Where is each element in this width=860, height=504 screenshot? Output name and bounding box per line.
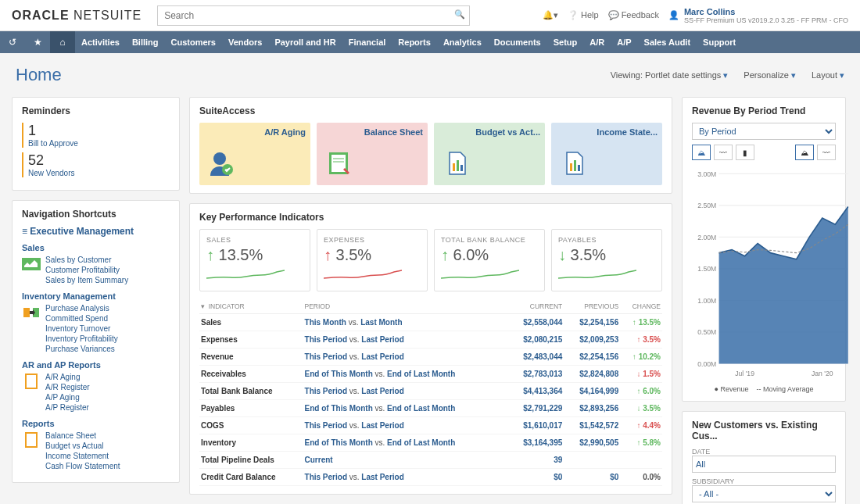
kpi-row[interactable]: ReceivablesEnd of This Month vs. End of … <box>199 366 662 383</box>
reminder-item[interactable]: 52New Vendors <box>22 152 170 177</box>
user-menu[interactable]: 👤 Marc Collins SS-FF Premium US v2019.2.… <box>668 7 848 24</box>
shortcut-group-3[interactable]: Reports <box>22 419 170 428</box>
chart-thumb-icon[interactable]: ⛰ <box>795 145 814 160</box>
shortcut-link[interactable]: A/R Aging <box>45 372 90 382</box>
nav-setup[interactable]: Setup <box>547 38 584 47</box>
shortcut-link[interactable]: A/R Register <box>45 382 90 392</box>
shortcut-link[interactable]: Sales by Customer <box>45 255 128 265</box>
kpi-row[interactable]: InventoryEnd of This Month vs. End of La… <box>199 434 662 452</box>
kpi-row[interactable]: ExpensesThis Period vs. Last Period$2,08… <box>199 331 662 349</box>
search-input[interactable] <box>157 5 470 26</box>
tile-3[interactable]: Income State... <box>551 123 662 185</box>
shortcut-link[interactable]: Customer Profitability <box>45 265 128 275</box>
shortcut-link[interactable]: Cash Flow Statement <box>45 461 120 471</box>
tile-icon <box>443 149 471 177</box>
svg-rect-13 <box>453 163 455 171</box>
shortcut-link[interactable]: A/P Aging <box>45 392 90 402</box>
nav-support[interactable]: Support <box>697 38 742 47</box>
user-name: Marc Collins <box>684 7 848 16</box>
user-context: SS-FF Premium US v2019.2.0 3.25 - FF PRM… <box>684 16 848 24</box>
nav-reports[interactable]: Reports <box>392 38 437 47</box>
svg-text:3.00M: 3.00M <box>697 170 716 178</box>
kpi-row[interactable]: SalesThis Month vs. Last Month$2,558,044… <box>199 314 662 331</box>
feedback-link[interactable]: 💬 Feedback <box>608 10 659 20</box>
tile-2[interactable]: Budget vs Act... <box>434 123 545 185</box>
nav-customers[interactable]: Customers <box>165 38 222 47</box>
tile-1[interactable]: Balance Sheet <box>317 123 428 185</box>
kpi-row[interactable]: PayablesEnd of This Month vs. End of Las… <box>199 400 662 417</box>
chart-type-area-icon[interactable]: ⛰ <box>692 145 711 160</box>
chart-thumb2-icon[interactable]: 〰 <box>817 145 836 160</box>
notifications-icon[interactable]: 🔔▾ <box>543 10 558 20</box>
shortcut-link[interactable]: Balance Sheet <box>45 431 120 441</box>
kpi-card[interactable]: PAYABLES↓ 3.5% <box>551 229 662 291</box>
chart-type-line-icon[interactable]: 〰 <box>714 145 733 160</box>
home-icon[interactable]: ⌂ <box>50 31 75 53</box>
tile-0[interactable]: A/R Aging <box>199 123 310 185</box>
nav-payroll-and-hr[interactable]: Payroll and HR <box>268 38 342 47</box>
shortcut-group-0[interactable]: Sales <box>22 243 170 252</box>
subsidiary-select[interactable]: - All - <box>692 485 836 502</box>
kpi-row[interactable]: RevenueThis Period vs. Last Period$2,483… <box>199 349 662 366</box>
nav-a-p[interactable]: A/P <box>611 38 637 47</box>
kpi-card[interactable]: SALES↑ 13.5% <box>199 229 310 291</box>
reminders-title: Reminders <box>22 105 170 116</box>
shortcut-link[interactable]: Inventory Turnover <box>45 323 118 334</box>
kpi-row[interactable]: Total Pipeline DealsCurrent39 <box>199 452 662 469</box>
sparkline <box>558 267 636 283</box>
reminder-item[interactable]: 1Bill to Approve <box>22 123 170 148</box>
nav-vendors[interactable]: Vendors <box>222 38 268 47</box>
kpi-card[interactable]: TOTAL BANK BALANCE↑ 6.0% <box>434 229 545 291</box>
shortcut-group-2[interactable]: AR and AP Reports <box>22 360 170 370</box>
chart-type-bar-icon[interactable]: ▮ <box>736 145 754 160</box>
history-icon[interactable]: ↺ <box>0 31 25 53</box>
shortcut-link[interactable]: Committed Spend <box>45 313 118 323</box>
nav-analytics[interactable]: Analytics <box>437 38 488 47</box>
svg-rect-17 <box>574 160 576 171</box>
search-icon[interactable]: 🔍 <box>454 9 465 20</box>
kpi-row[interactable]: Credit Card BalanceThis Period vs. Last … <box>199 469 662 486</box>
app-header: ORACLE NETSUITE 🔍 🔔▾ ❔ Help 💬 Feedback 👤… <box>0 0 860 31</box>
shortcuts-title: Navigation Shortcuts <box>22 209 170 220</box>
kpi-table: ▾ INDICATORPERIODCURRENTPREVIOUSCHANGE S… <box>199 299 662 486</box>
shortcut-link[interactable]: Sales by Item Summary <box>45 275 128 285</box>
shortcut-group-1[interactable]: Inventory Management <box>22 291 170 301</box>
shortcut-link[interactable]: Income Statement <box>45 451 120 461</box>
kpi-row[interactable]: COGSThis Period vs. Last Period$1,610,01… <box>199 417 662 434</box>
svg-rect-14 <box>457 160 459 171</box>
svg-text:0.50M: 0.50M <box>697 328 716 336</box>
layout-button[interactable]: Layout <box>812 70 844 80</box>
personalize-button[interactable]: Personalize <box>744 70 796 80</box>
nav-activities[interactable]: Activities <box>75 38 126 47</box>
shortcut-link[interactable]: Purchase Variances <box>45 344 118 354</box>
nav-documents[interactable]: Documents <box>488 38 547 47</box>
nav-financial[interactable]: Financial <box>342 38 392 47</box>
exec-mgmt-link[interactable]: ≡ Executive Management <box>22 226 170 237</box>
shortcut-icon <box>22 255 41 273</box>
date-input[interactable] <box>692 456 836 473</box>
period-selector[interactable]: By Period <box>692 123 836 140</box>
nav-sales-audit[interactable]: Sales Audit <box>638 38 697 47</box>
kpi-title: Key Performance Indicators <box>199 212 662 223</box>
newcust-title: New Customers vs. Existing Cus... <box>692 420 836 441</box>
nav-a-r[interactable]: A/R <box>583 38 611 47</box>
shortcut-link[interactable]: Purchase Analysis <box>45 303 118 313</box>
kpi-card[interactable]: EXPENSES↑ 3.5% <box>317 229 428 291</box>
nav-billing[interactable]: Billing <box>126 38 165 47</box>
shortcut-link[interactable]: Budget vs Actual <box>45 441 120 451</box>
reminders-portlet: Reminders 1Bill to Approve52New Vendors <box>12 97 180 191</box>
subsidiary-label: SUBSIDIARY <box>692 477 836 485</box>
svg-rect-10 <box>331 155 346 172</box>
kpi-row[interactable]: Total Bank BalanceThis Period vs. Last P… <box>199 383 662 400</box>
help-link[interactable]: ❔ Help <box>568 10 599 20</box>
sparkline <box>324 267 402 283</box>
chart-legend: ● Revenue -- Moving Average <box>692 385 836 393</box>
shortcut-link[interactable]: Inventory Profitability <box>45 334 118 344</box>
shortcut-link[interactable]: A/P Register <box>45 402 90 413</box>
star-icon[interactable]: ★ <box>25 31 50 53</box>
tile-icon <box>561 149 589 177</box>
svg-point-7 <box>213 152 226 165</box>
svg-text:1.00M: 1.00M <box>697 297 716 305</box>
viewing-selector[interactable]: Viewing: Portlet date settings <box>611 70 729 80</box>
suiteaccess-title: SuiteAccess <box>199 105 662 116</box>
